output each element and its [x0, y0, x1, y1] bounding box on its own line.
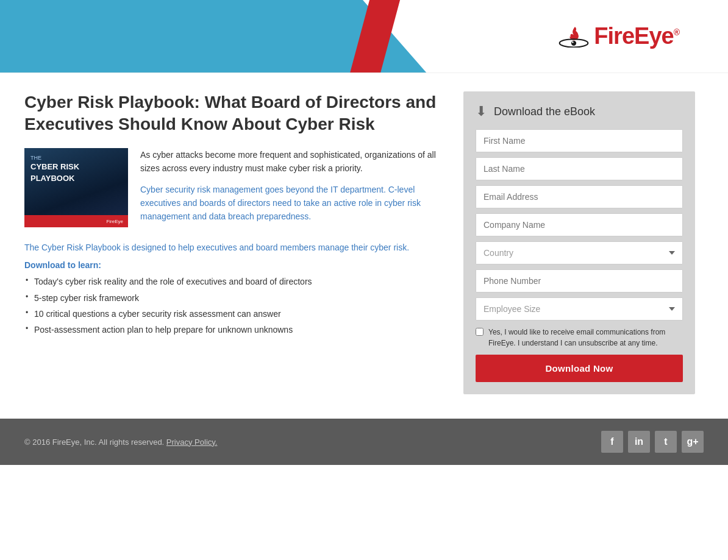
book-cover-cyber: CYBER RISK — [30, 161, 79, 172]
svg-point-2 — [572, 41, 574, 43]
last-name-input[interactable] — [476, 157, 683, 180]
phone-field — [476, 269, 683, 292]
download-ebook-icon: ⬇ — [476, 104, 487, 119]
book-cover-the: THE — [30, 154, 79, 162]
main-content: Cyber Risk Playbook: What Board of Direc… — [0, 73, 728, 419]
book-cover: THE CYBER RISK PLAYBOOK FireEye — [24, 148, 128, 227]
list-item: Today's cyber risk reality and the role … — [24, 275, 439, 288]
list-item: 10 critical questions a cyber security r… — [24, 307, 439, 321]
bullet-list: Today's cyber risk reality and the role … — [24, 275, 439, 337]
description-para1: As cyber attacks become more frequent an… — [140, 148, 439, 175]
first-name-input[interactable] — [476, 129, 683, 152]
twitter-icon[interactable]: t — [655, 431, 677, 453]
logo-area: FireEye® — [558, 23, 679, 49]
email-field — [476, 185, 683, 208]
form-header: ⬇ Download the eBook — [476, 104, 683, 119]
description-para3: The Cyber Risk Playbook is designed to h… — [24, 241, 439, 254]
country-field: Country United States United Kingdom Can… — [476, 241, 683, 264]
footer-copyright: © 2016 FireEye, Inc. All rights reserved… — [24, 438, 217, 447]
copyright-text: © 2016 FireEye, Inc. All rights reserved… — [24, 438, 164, 447]
google-plus-icon[interactable]: g+ — [682, 431, 704, 453]
logo-text: FireEye® — [594, 23, 679, 49]
email-opt-in-row: Yes, I would like to receive email commu… — [476, 327, 683, 349]
download-now-button[interactable]: Download Now — [476, 355, 683, 382]
book-section: THE CYBER RISK PLAYBOOK FireEye As cyber… — [24, 148, 439, 231]
employee-size-select[interactable]: Employee Size 1-50 51-200 201-500 501-10… — [476, 297, 683, 321]
list-item: 5-step cyber risk framework — [24, 291, 439, 305]
facebook-icon[interactable]: f — [601, 431, 623, 453]
book-cover-title: THE CYBER RISK PLAYBOOK — [30, 154, 79, 184]
social-icons: f in t g+ — [601, 431, 704, 453]
company-input[interactable] — [476, 213, 683, 236]
linkedin-icon[interactable]: in — [628, 431, 650, 453]
book-description: As cyber attacks become more frequent an… — [140, 148, 439, 231]
left-column: Cyber Risk Playbook: What Board of Direc… — [24, 91, 439, 394]
phone-input[interactable] — [476, 269, 683, 292]
description-para2: Cyber security risk management goes beyo… — [140, 183, 439, 224]
footer: © 2016 FireEye, Inc. All rights reserved… — [0, 419, 728, 465]
right-column: ⬇ Download the eBook Country United Stat… — [463, 91, 695, 394]
download-learn-label: Download to learn: — [24, 260, 439, 270]
header: FireEye® — [0, 0, 728, 73]
page-title: Cyber Risk Playbook: What Board of Direc… — [24, 91, 439, 136]
privacy-policy-link[interactable]: Privacy Policy. — [166, 438, 218, 447]
form-panel: ⬇ Download the eBook Country United Stat… — [463, 91, 695, 394]
logo-fire: Fire — [594, 23, 634, 49]
email-optin-label[interactable]: Yes, I would like to receive email commu… — [488, 327, 683, 349]
form-title: Download the eBook — [494, 105, 595, 118]
logo-registered: ® — [674, 27, 679, 37]
fireeye-logo-eye-icon — [558, 26, 589, 48]
country-select[interactable]: Country United States United Kingdom Can… — [476, 241, 683, 264]
svg-point-1 — [571, 40, 576, 45]
logo-eye-text: Eye — [634, 23, 674, 49]
book-cover-logo: FireEye — [106, 219, 123, 224]
employee-size-field: Employee Size 1-50 51-200 201-500 501-10… — [476, 297, 683, 321]
first-name-field — [476, 129, 683, 152]
email-input[interactable] — [476, 185, 683, 208]
list-item: Post-assessment action plan to help prep… — [24, 323, 439, 336]
book-cover-playbook: PLAYBOOK — [30, 173, 79, 184]
last-name-field — [476, 157, 683, 180]
email-optin-checkbox[interactable] — [476, 328, 484, 336]
company-field — [476, 213, 683, 236]
